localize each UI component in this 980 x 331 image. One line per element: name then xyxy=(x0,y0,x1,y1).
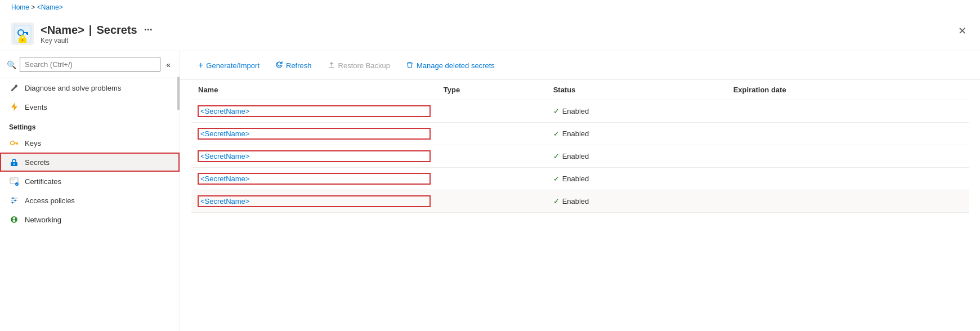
networking-icon xyxy=(9,214,19,225)
sidebar-search-container: 🔍 « xyxy=(0,51,180,78)
refresh-icon xyxy=(275,61,283,70)
secret-name-link[interactable]: <SecretName> xyxy=(198,128,430,139)
header-left: <Name> | Secrets ··· Key vault xyxy=(11,23,153,45)
generate-import-button[interactable]: + Generate/Import xyxy=(191,57,266,74)
secrets-table: Name Type Status Expiration date <Secret… xyxy=(191,80,969,213)
status-check-icon: ✓ xyxy=(553,107,560,115)
secret-name-cell: <SecretName> xyxy=(191,100,437,123)
search-input[interactable] xyxy=(20,57,160,72)
secret-name-cell: <SecretName> xyxy=(191,123,437,145)
scroll-indicator xyxy=(177,77,180,110)
svg-point-9 xyxy=(11,141,15,145)
status-check-icon: ✓ xyxy=(553,197,560,205)
status-text: Enabled xyxy=(562,107,589,115)
svg-point-8 xyxy=(22,39,24,41)
bolt-icon xyxy=(9,102,19,112)
close-button[interactable]: ✕ xyxy=(956,23,969,39)
page-title: <Name> | Secrets ··· xyxy=(41,24,153,37)
table-row: <SecretName>✓Enabled xyxy=(191,145,969,168)
sidebar-item-certificates-label: Certificates xyxy=(25,177,61,186)
sidebar-item-events[interactable]: Events xyxy=(0,97,180,117)
col-expiration: Expiration date xyxy=(727,80,969,100)
collapse-sidebar-button[interactable]: « xyxy=(164,58,173,71)
toolbar: + Generate/Import Refresh Restore Backup xyxy=(180,51,980,80)
secret-name-link[interactable]: <SecretName> xyxy=(198,173,430,184)
breadcrumb-home[interactable]: Home xyxy=(11,3,29,11)
sidebar-item-networking-label: Networking xyxy=(25,216,61,224)
secrets-table-container: Name Type Status Expiration date <Secret… xyxy=(180,80,980,331)
status-check-icon: ✓ xyxy=(553,175,560,183)
sidebar-item-keys[interactable]: Keys xyxy=(0,133,180,153)
sidebar-item-access-policies-label: Access policies xyxy=(25,196,75,205)
policy-icon xyxy=(9,195,19,205)
secret-name-cell: <SecretName> xyxy=(191,190,437,213)
secret-expiration-cell xyxy=(727,190,969,213)
content-area: + Generate/Import Refresh Restore Backup xyxy=(180,51,980,331)
restore-backup-label: Restore Backup xyxy=(338,61,391,70)
secret-expiration-cell xyxy=(727,145,969,168)
manage-deleted-button[interactable]: Manage deleted secrets xyxy=(399,57,502,74)
sidebar-item-diagnose[interactable]: Diagnose and solve problems xyxy=(0,78,180,97)
status-check-icon: ✓ xyxy=(553,152,560,160)
secret-type-cell xyxy=(437,190,547,213)
secret-expiration-cell xyxy=(727,123,969,145)
breadcrumb: Home > <Name> xyxy=(0,0,980,15)
breadcrumb-current[interactable]: <Name> xyxy=(37,3,63,11)
main-layout: 🔍 « Diagnose and solve problems Events S… xyxy=(0,51,980,331)
sidebar-item-secrets-label: Secrets xyxy=(25,158,50,167)
secret-type-cell xyxy=(437,100,547,123)
certificate-icon xyxy=(9,176,19,186)
secret-expiration-cell xyxy=(727,168,969,190)
status-text: Enabled xyxy=(562,129,589,138)
vault-name: <Name> xyxy=(41,24,84,37)
svg-point-14 xyxy=(14,163,15,164)
sidebar-item-networking[interactable]: Networking xyxy=(0,210,180,229)
secret-type-cell xyxy=(437,145,547,168)
col-name: Name xyxy=(191,80,437,100)
col-status: Status xyxy=(547,80,727,100)
search-icon: 🔍 xyxy=(7,60,16,69)
secret-name-cell: <SecretName> xyxy=(191,145,437,168)
secret-expiration-cell xyxy=(727,100,969,123)
title-section: Secrets xyxy=(96,24,137,37)
secret-name-link[interactable]: <SecretName> xyxy=(198,106,430,117)
more-menu-button[interactable]: ··· xyxy=(144,24,153,36)
restore-backup-button[interactable]: Restore Backup xyxy=(321,57,397,74)
secret-name-link[interactable]: <SecretName> xyxy=(198,196,430,207)
key-icon xyxy=(9,138,19,148)
refresh-label: Refresh xyxy=(286,61,312,70)
table-row: <SecretName>✓Enabled xyxy=(191,100,969,123)
sidebar-item-access-policies[interactable]: Access policies xyxy=(0,191,180,210)
page-header: <Name> | Secrets ··· Key vault ✕ xyxy=(0,15,980,51)
sidebar: 🔍 « Diagnose and solve problems Events S… xyxy=(0,51,180,331)
secret-status-cell: ✓Enabled xyxy=(547,123,727,145)
sidebar-item-keys-label: Keys xyxy=(25,139,41,147)
secret-name-link[interactable]: <SecretName> xyxy=(198,151,430,162)
resource-type-label: Key vault xyxy=(41,37,153,44)
secret-name-cell: <SecretName> xyxy=(191,168,437,190)
breadcrumb-sep1: > xyxy=(31,3,37,11)
title-pipe: | xyxy=(89,24,92,37)
keyvault-icon xyxy=(11,23,34,45)
sidebar-item-certificates[interactable]: Certificates xyxy=(0,172,180,191)
svg-point-24 xyxy=(12,202,14,204)
status-text: Enabled xyxy=(562,152,589,160)
secret-type-cell xyxy=(437,168,547,190)
svg-point-23 xyxy=(15,200,16,202)
settings-section-label: Settings xyxy=(0,117,180,133)
secret-status-cell: ✓Enabled xyxy=(547,100,727,123)
status-text: Enabled xyxy=(562,197,589,205)
header-title-group: <Name> | Secrets ··· Key vault xyxy=(41,24,153,44)
table-row: <SecretName>✓Enabled xyxy=(191,190,969,213)
secret-status-cell: ✓Enabled xyxy=(547,190,727,213)
sidebar-item-secrets[interactable]: Secrets xyxy=(0,153,180,172)
refresh-button[interactable]: Refresh xyxy=(269,57,319,74)
manage-icon xyxy=(406,61,414,70)
secret-type-cell xyxy=(437,123,547,145)
upload-icon xyxy=(328,61,335,70)
wrench-icon xyxy=(9,83,19,93)
col-type: Type xyxy=(437,80,547,100)
secret-status-cell: ✓Enabled xyxy=(547,145,727,168)
plus-icon: + xyxy=(198,60,203,70)
status-check-icon: ✓ xyxy=(553,129,560,138)
